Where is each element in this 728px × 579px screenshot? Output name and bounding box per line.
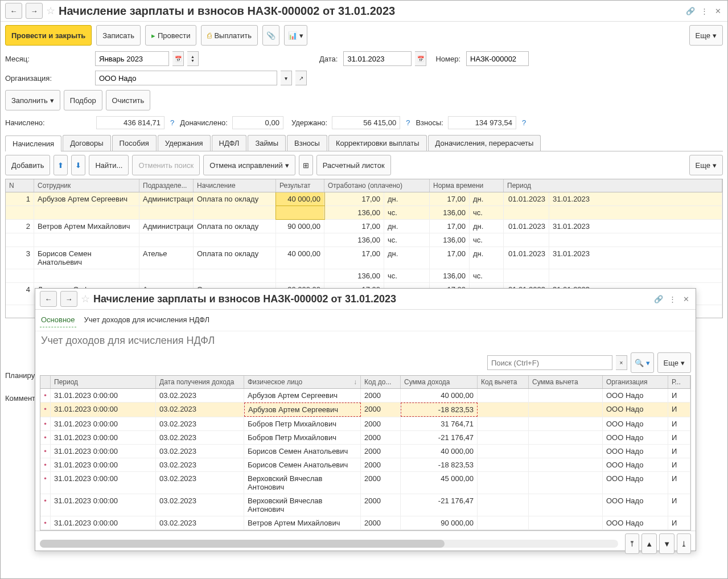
clear-button[interactable]: Очистить <box>106 90 151 110</box>
num-label: Номер: <box>435 55 460 63</box>
income-row[interactable]: •31.01.2023 0:00:0003.02.2023Верховский … <box>40 472 690 494</box>
col-recdate[interactable]: Дата получения дохода <box>156 376 244 388</box>
star-icon[interactable]: ☆ <box>81 293 90 305</box>
pick-button[interactable]: Подбор <box>64 90 102 110</box>
payslip-button[interactable]: Расчетный листок <box>316 155 391 175</box>
col-emp[interactable]: Сотрудник <box>34 179 139 192</box>
col-period[interactable]: Период <box>51 376 156 388</box>
help-icon[interactable]: ? <box>519 118 529 127</box>
col-worked[interactable]: Отработано (оплачено) <box>324 179 430 192</box>
link-icon[interactable]: 🔗 <box>653 294 664 304</box>
write-button[interactable]: Записать <box>96 25 141 46</box>
table-row-sub[interactable]: 136,00чс.136,00чс. <box>6 206 722 220</box>
report-button[interactable]: 📊 ▾ <box>284 25 307 46</box>
table-more-button[interactable]: Еще ▾ <box>689 155 723 175</box>
star-icon[interactable]: ☆ <box>46 5 55 17</box>
col-acc[interactable]: Начисление <box>194 179 276 192</box>
col-code[interactable]: Код до... <box>361 376 401 388</box>
col-dedcode[interactable]: Код вычета <box>478 376 529 388</box>
close-icon[interactable]: ✕ <box>681 294 691 304</box>
columns-button[interactable]: ⊞ <box>299 155 313 175</box>
col-r[interactable]: Р... <box>668 376 690 388</box>
close-icon[interactable]: ✕ <box>713 6 723 16</box>
table-row[interactable]: 2Ветров Артем МихайловичАдминистрациОпла… <box>6 220 722 233</box>
col-res[interactable]: Результат <box>276 179 324 192</box>
help-icon[interactable]: ? <box>402 118 413 127</box>
col-sum[interactable]: Сумма дохода <box>401 376 478 388</box>
h-scrollbar[interactable] <box>40 540 618 548</box>
col-dep[interactable]: Подразделе... <box>139 179 194 192</box>
table-row[interactable]: 1Арбузов Артем СергеевичАдминистрациОпла… <box>6 192 722 206</box>
link-icon[interactable]: 🔗 <box>685 6 696 16</box>
tab-8[interactable]: Доначисления, перерасчеты <box>428 135 541 151</box>
cancel-fix-button[interactable]: Отмена исправлений ▾ <box>203 155 295 175</box>
cancel-find-button[interactable]: Отменить поиск <box>132 155 200 175</box>
subtab-main[interactable]: Основное <box>40 313 76 327</box>
search-button[interactable]: 🔍 ▾ <box>631 352 654 373</box>
more-button-2[interactable]: Еще ▾ <box>657 352 691 373</box>
scroll-up-icon[interactable]: ▲ <box>641 533 657 554</box>
post-button[interactable]: ▸Провести <box>145 25 197 46</box>
kebab-icon[interactable]: ⋮ <box>699 6 709 16</box>
col-norm[interactable]: Норма времени <box>430 179 504 192</box>
income-row[interactable]: •31.01.2023 0:00:0003.02.2023Бобров Петр… <box>40 431 690 445</box>
post-label: Провести <box>158 31 191 40</box>
tab-6[interactable]: Взносы <box>287 135 327 151</box>
month-spinner[interactable]: ▲▼ <box>187 51 199 66</box>
search-clear-icon[interactable]: × <box>616 355 627 370</box>
tab-1[interactable]: Договоры <box>63 135 110 151</box>
post-close-button[interactable]: Провести и закрыть <box>5 25 92 46</box>
org-input[interactable] <box>95 71 277 85</box>
income-row[interactable]: •31.01.2023 0:00:0003.02.2023Борисов Сем… <box>40 458 690 472</box>
table-row[interactable]: 3Борисов Семен АнатольевичАтельеОплата п… <box>6 247 722 269</box>
tab-2[interactable]: Пособия <box>112 135 157 151</box>
num-input[interactable] <box>466 51 529 66</box>
tab-5[interactable]: Займы <box>248 135 286 151</box>
col-period[interactable]: Период <box>504 179 722 192</box>
add-button[interactable]: Добавить <box>5 155 50 175</box>
income-row[interactable]: •31.01.2023 0:00:0003.02.2023Бобров Петр… <box>40 417 690 431</box>
month-input[interactable] <box>95 51 169 66</box>
fill-label: Заполнить <box>11 96 48 105</box>
page-title: Начисление зарплаты и взносов НАЗК-00000… <box>59 5 682 18</box>
move-up-button[interactable]: ⬆ <box>54 155 68 175</box>
org-open-icon[interactable]: ↗ <box>295 71 307 85</box>
tab-0[interactable]: Начисления <box>5 135 61 151</box>
col-person[interactable]: Физическое лицо↓ <box>244 376 361 388</box>
nav-back-button[interactable]: ← <box>40 291 57 307</box>
nav-back-button[interactable]: ← <box>5 3 22 19</box>
org-dropdown-icon[interactable]: ▾ <box>281 71 292 85</box>
income-row[interactable]: •31.01.2023 0:00:0003.02.2023Ветров Арте… <box>40 516 690 530</box>
date-input[interactable] <box>343 51 412 66</box>
date-calendar-icon[interactable]: 📅 <box>415 51 426 66</box>
income-row[interactable]: •31.01.2023 0:00:0003.02.2023Верховский … <box>40 494 690 516</box>
move-down-button[interactable]: ⬇ <box>71 155 85 175</box>
col-dedsum[interactable]: Сумма вычета <box>529 376 603 388</box>
col-org[interactable]: Организация <box>603 376 668 388</box>
income-row[interactable]: •31.01.2023 0:00:0003.02.2023Арбузов Арт… <box>40 389 690 403</box>
table-row-sub[interactable]: 136,00чс.136,00чс. <box>6 269 722 283</box>
tab-3[interactable]: Удержания <box>158 135 211 151</box>
income-row[interactable]: •31.01.2023 0:00:0003.02.2023Арбузов Арт… <box>40 403 690 417</box>
find-button[interactable]: Найти... <box>89 155 129 175</box>
col-n[interactable]: N <box>6 179 34 192</box>
income-row[interactable]: •31.01.2023 0:00:0003.02.2023Борисов Сем… <box>40 445 690 458</box>
more-button[interactable]: Еще ▾ <box>689 25 723 46</box>
subtab-ndfl[interactable]: Учет доходов для исчисления НДФЛ <box>83 313 211 327</box>
scroll-down-icon[interactable]: ▼ <box>659 533 674 554</box>
nav-fwd-button[interactable]: → <box>60 291 77 307</box>
kebab-icon[interactable]: ⋮ <box>667 294 677 304</box>
nav-fwd-button[interactable]: → <box>26 3 43 19</box>
search-input[interactable] <box>487 355 612 370</box>
contrib-value: 134 973,54 <box>448 116 516 129</box>
pay-button[interactable]: ⎙Выплатить <box>201 25 258 46</box>
fill-button[interactable]: Заполнить ▾ <box>5 90 60 110</box>
table-row-sub[interactable]: 136,00чс.136,00чс. <box>6 233 722 247</box>
month-calendar-icon[interactable]: 📅 <box>172 51 184 66</box>
tab-7[interactable]: Корректировки выплаты <box>328 135 427 151</box>
scroll-bottom-icon[interactable]: ⤓ <box>677 533 691 554</box>
attach-button[interactable]: 📎 <box>262 25 279 46</box>
scroll-top-icon[interactable]: ⤒ <box>625 533 639 554</box>
help-icon[interactable]: ? <box>167 118 178 127</box>
tab-4[interactable]: НДФЛ <box>212 135 247 151</box>
